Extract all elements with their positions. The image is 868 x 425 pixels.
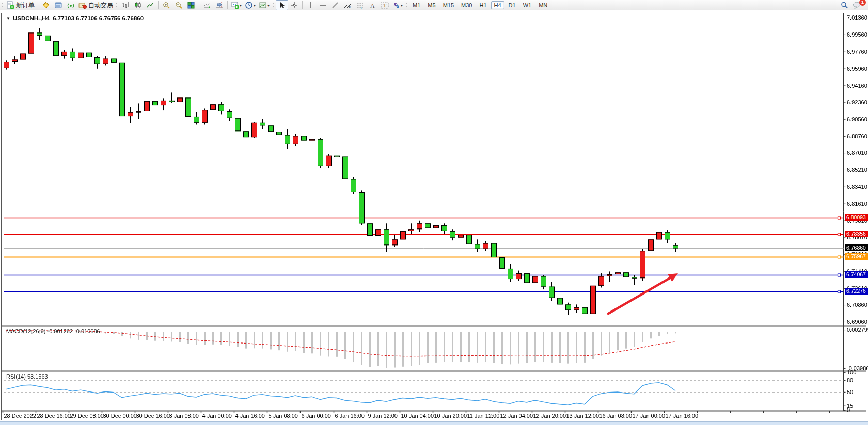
autotrading-icon — [78, 1, 87, 9]
text-label-tool-button[interactable]: T — [378, 0, 391, 10]
timeframe-buttons: M1M5M15M30H1H4D1W1MN — [409, 2, 551, 9]
vertical-line-icon — [307, 2, 313, 9]
hline-price-badge[interactable]: 6.72276 — [845, 288, 868, 295]
hline-price-badge[interactable]: 6.78356 — [845, 231, 868, 237]
separator — [302, 1, 303, 9]
dropdown-arrow-icon: ▾ — [401, 3, 403, 8]
symbol-label: USDCNH-,H4 — [13, 15, 50, 21]
new-order-label: 新订单 — [16, 1, 35, 10]
metaeditor-button[interactable] — [40, 0, 52, 10]
current-price-badge: 6.76860 — [845, 244, 868, 251]
shift-chart-icon — [215, 1, 224, 9]
main-toolbar: 新订单 自动交易 ▾ ▾ ▾ E F A T ▾ — [0, 0, 868, 11]
shift-chart-button[interactable] — [213, 0, 226, 10]
dropdown-arrow-icon: ▾ — [240, 3, 242, 8]
auto-scroll-icon — [203, 1, 211, 9]
fibonacci-icon: F — [356, 2, 364, 9]
separator — [227, 1, 228, 9]
symbol-dropdown-icon[interactable]: ▼ — [6, 16, 10, 21]
new-chart-button[interactable]: ▾ — [229, 0, 243, 10]
text-icon: A — [369, 2, 376, 9]
horizontal-line-icon — [319, 2, 326, 9]
periods-clock-icon — [245, 1, 253, 9]
hline-price-badge[interactable]: 6.75967 — [845, 253, 868, 260]
separator — [199, 1, 199, 9]
new-order-icon — [6, 1, 14, 9]
autotrading-label: 自动交易 — [88, 1, 113, 10]
template-icon — [259, 1, 267, 9]
toolbar-grip[interactable] — [116, 2, 118, 9]
line-chart-icon — [146, 1, 154, 9]
svg-text:T: T — [383, 3, 386, 8]
equidistant-channel-icon: E — [344, 2, 352, 9]
timeframe-button-M15[interactable]: M15 — [440, 1, 457, 9]
navigator-icon — [54, 1, 62, 9]
chart-window: ▼USDCNH-,H4 6.77103 6.77106 6.76756 6.76… — [0, 10, 868, 425]
vertical-line-tool-button[interactable] — [304, 0, 317, 10]
hline-price-badge[interactable]: 6.74067 — [845, 271, 868, 278]
timeframe-button-MN[interactable]: MN — [535, 1, 550, 9]
new-order-button[interactable]: 新订单 — [5, 0, 36, 10]
periods-button[interactable]: ▾ — [243, 0, 257, 10]
zoom-in-icon — [162, 1, 170, 9]
bar-chart-button[interactable] — [119, 0, 132, 10]
toolbar-grip[interactable] — [272, 2, 275, 9]
notifications-button[interactable]: 1 — [850, 0, 863, 10]
svg-text:E: E — [349, 6, 351, 9]
bar-chart-icon — [121, 1, 130, 9]
cursor-icon — [278, 2, 286, 9]
tile-windows-button[interactable] — [185, 0, 197, 10]
rsi-indicator-label: RSI(14) 53.1563 — [6, 373, 48, 380]
toolbar-grip[interactable] — [1, 2, 4, 9]
channel-tool-button[interactable]: E — [341, 0, 354, 10]
zoom-out-button[interactable] — [172, 0, 185, 10]
crosshair-tool-button[interactable] — [288, 0, 301, 10]
hline-price-badge[interactable]: 6.80093 — [845, 214, 868, 221]
line-chart-button[interactable] — [144, 0, 156, 10]
autotrading-button[interactable]: 自动交易 — [77, 0, 115, 10]
fibonacci-tool-button[interactable]: F — [354, 0, 366, 10]
signals-button[interactable] — [65, 0, 77, 10]
crosshair-icon — [291, 2, 298, 9]
search-button[interactable] — [838, 0, 850, 10]
timeframe-button-H1[interactable]: H1 — [476, 1, 490, 9]
navigator-button[interactable] — [52, 0, 65, 10]
horizontal-line-tool-button[interactable] — [317, 0, 329, 10]
text-tool-button[interactable]: A — [366, 0, 378, 10]
ohlc-values: 6.77103 6.77106 6.76756 6.76860 — [53, 15, 144, 21]
dropdown-arrow-icon: ▾ — [267, 3, 270, 8]
candlestick-button[interactable] — [132, 0, 144, 10]
timeframe-button-M30[interactable]: M30 — [458, 1, 475, 9]
chart-title: ▼USDCNH-,H4 6.77103 6.77106 6.76756 6.76… — [6, 15, 144, 21]
new-chart-icon — [231, 1, 239, 9]
timeframe-button-H4[interactable]: H4 — [491, 1, 504, 9]
toolbar-grip[interactable] — [405, 2, 408, 9]
search-icon — [840, 1, 848, 9]
metaeditor-icon — [42, 1, 50, 9]
macd-indicator-label: MACD(12,26,9) -0.001262 -0.010686 — [6, 328, 100, 334]
svg-text:F: F — [361, 6, 363, 9]
trading-app-window: 新订单 自动交易 ▾ ▾ ▾ E F A T ▾ — [0, 0, 868, 425]
arrows-tool-button[interactable]: ▾ — [391, 0, 404, 10]
trendline-tool-button[interactable] — [329, 0, 341, 10]
zoom-out-icon — [175, 1, 183, 9]
cursor-tool-button[interactable] — [276, 0, 288, 10]
timeframe-button-D1[interactable]: D1 — [506, 1, 519, 9]
tile-windows-icon — [187, 1, 195, 9]
timeframe-button-M5[interactable]: M5 — [424, 1, 438, 9]
templates-button[interactable]: ▾ — [257, 0, 271, 10]
timeframe-button-W1[interactable]: W1 — [520, 1, 535, 9]
signals-icon — [67, 1, 75, 9]
status-strip — [0, 421, 868, 425]
zoom-in-button[interactable] — [160, 0, 172, 10]
timeframe-button-M1[interactable]: M1 — [409, 1, 423, 9]
separator — [158, 1, 159, 9]
arrows-icon — [392, 2, 400, 9]
candlestick-icon — [134, 1, 142, 9]
svg-text:A: A — [370, 2, 375, 9]
trendline-icon — [332, 2, 339, 9]
auto-scroll-button[interactable] — [201, 0, 213, 10]
separator — [38, 1, 38, 9]
text-label-icon: T — [381, 2, 389, 9]
price-chart-canvas[interactable] — [0, 10, 868, 425]
